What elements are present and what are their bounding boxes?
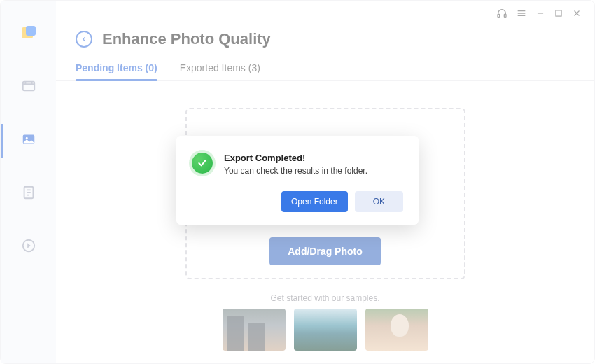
modal-text: Export Completed! You can check the resu… [224,153,368,176]
modal-title: Export Completed! [224,153,368,163]
app-window: Enhance Photo Quality Pending Items (0) … [0,0,595,364]
ok-button[interactable]: OK [355,191,403,212]
modal-message: You can check the results in the folder. [224,166,368,176]
modal-content: Export Completed! You can check the resu… [192,153,403,176]
export-completed-modal: Export Completed! You can check the resu… [176,136,419,225]
open-folder-button[interactable]: Open Folder [281,191,348,212]
check-icon [192,153,213,174]
modal-actions: Open Folder OK [192,191,403,212]
